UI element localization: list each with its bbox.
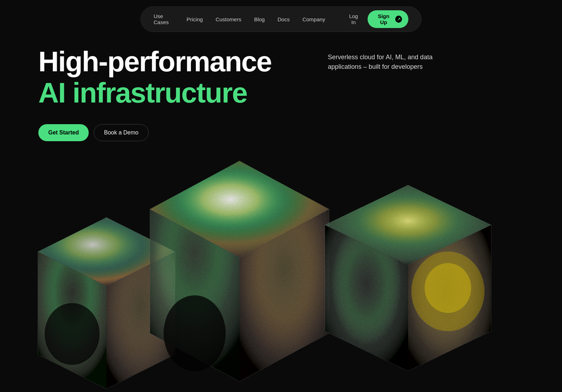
signup-arrow-icon: ↗	[395, 16, 402, 23]
hero-buttons: Get Started Book a Demo	[38, 124, 271, 141]
nav-customers[interactable]: Customers	[216, 16, 242, 22]
hero-section: High-performance AI infrastructure Get S…	[38, 46, 271, 141]
hero-subtitle: Serverless cloud for AI, ML, and data ap…	[328, 53, 434, 72]
nav-use-cases[interactable]: Use Cases	[154, 13, 174, 25]
nav-links: Use Cases Pricing Customers Blog Docs Co…	[154, 13, 325, 25]
svg-point-3	[45, 303, 100, 365]
nav-blog[interactable]: Blog	[254, 16, 265, 22]
svg-point-8	[164, 296, 226, 371]
login-button[interactable]: Log In	[347, 13, 361, 25]
nav-company[interactable]: Company	[302, 16, 325, 22]
get-started-button[interactable]: Get Started	[38, 124, 89, 141]
hero-subtitle-text: Serverless cloud for AI, ML, and data ap…	[328, 53, 434, 72]
signup-button[interactable]: Sign Up ↗	[368, 10, 408, 28]
nav-docs[interactable]: Docs	[277, 16, 290, 22]
svg-point-13	[425, 263, 471, 313]
hero-title-line1: High-performance	[38, 46, 271, 77]
cube-3	[319, 165, 497, 378]
nav-pricing[interactable]: Pricing	[187, 16, 203, 22]
navbar: Use Cases Pricing Customers Blog Docs Co…	[140, 6, 422, 32]
hero-illustration	[28, 126, 562, 392]
cube-2	[142, 140, 337, 388]
hero-title-line2: AI infrastructure	[38, 77, 271, 109]
book-demo-button[interactable]: Book a Demo	[94, 124, 149, 141]
nav-actions: Log In Sign Up ↗	[347, 10, 408, 28]
